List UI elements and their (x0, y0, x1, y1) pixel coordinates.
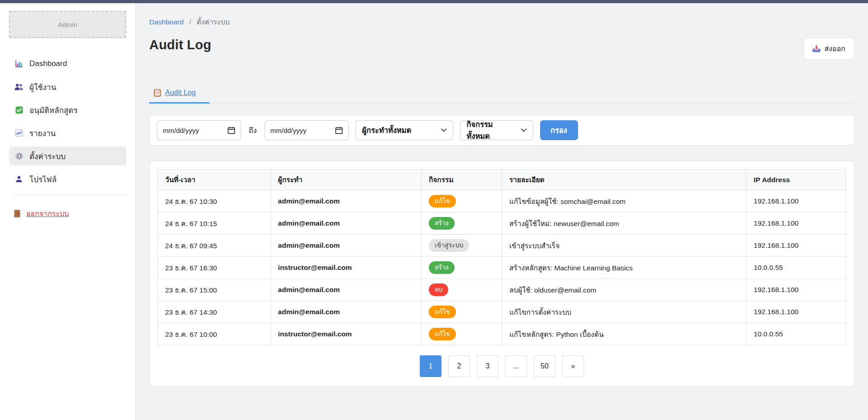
cell-details: สร้างผู้ใช้ใหม่: newuser@email.com (502, 212, 746, 235)
export-button-label: ส่งออก (825, 43, 845, 54)
sidebar-item-label: ตั้งค่าระบบ (29, 150, 66, 162)
cell-action: แก้ไข (421, 301, 502, 323)
sidebar-item-label: โปรไฟล์ (29, 173, 57, 185)
pagination: 123...50» (157, 355, 846, 377)
sidebar-item-label: รายงาน (29, 127, 56, 139)
export-button[interactable]: ส่งออก (803, 38, 854, 60)
action-badge: แก้ไข (429, 306, 456, 318)
sidebar-item-label: ผู้ใช้งาน (29, 81, 56, 93)
cell-actor: admin@email.com (270, 235, 421, 257)
sidebar-item-profile[interactable]: โปรไฟล์ (9, 170, 126, 189)
action-badge: ลบ (429, 283, 448, 296)
cell-datetime: 23 ธ.ค. 67 14:30 (158, 301, 271, 323)
action-badge: เข้าสู่ระบบ (429, 239, 470, 251)
date-to-placeholder: mm/dd/yyyy (270, 127, 307, 134)
cell-ip: 192.168.1.100 (746, 301, 846, 323)
filter-button[interactable]: กรอง (540, 120, 578, 140)
admin-logo: Admin (9, 11, 126, 38)
action-badge: แก้ไข (429, 328, 456, 340)
sidebar-item-system-settings[interactable]: ตั้งค่าระบบ (9, 146, 126, 165)
admin-logo-label: Admin (58, 21, 77, 28)
page-button-3[interactable]: 3 (477, 355, 498, 377)
sidebar-item-label: อนุมัติหลักสูตร (29, 104, 78, 116)
tab-audit-log[interactable]: Audit Log (149, 84, 209, 104)
table-row: 23 ธ.ค. 67 16:30instructor@email.comสร้า… (158, 257, 846, 279)
sidebar-item-reports[interactable]: รายงาน (9, 123, 126, 142)
cell-action: แก้ไข (421, 190, 502, 212)
audit-table-card: วันที่-เวลาผู้กระทำกิจกรรมรายละเอียดIP A… (149, 160, 854, 387)
column-header: กิจกรรม (421, 170, 502, 190)
sidebar-divider (12, 195, 126, 195)
bar-chart-icon (14, 60, 24, 68)
activity-filter-select[interactable]: กิจกรรมทั้งหมด (460, 120, 533, 140)
person-icon (14, 175, 24, 183)
date-from-input[interactable]: mm/dd/yyyy (157, 120, 241, 140)
logout-link[interactable]: ออกจากระบบ (13, 208, 126, 219)
cell-actor: admin@email.com (270, 301, 421, 323)
cell-details: ลบผู้ใช้: olduser@email.com (502, 279, 746, 301)
page-button-next[interactable]: » (562, 355, 584, 377)
cell-datetime: 23 ธ.ค. 67 16:30 (158, 257, 271, 279)
cell-actor: instructor@email.com (270, 257, 421, 279)
date-to-input[interactable]: mm/dd/yyyy (265, 120, 349, 140)
sidebar-item-users[interactable]: ผู้ใช้งาน (9, 77, 126, 96)
page-title: Audit Log (149, 38, 211, 52)
cell-actor: admin@email.com (270, 190, 421, 212)
cell-ip: 192.168.1.100 (746, 190, 846, 212)
page-header: Audit Log ส่งออก (149, 38, 854, 60)
main-content: Dashboard / ตั้งค่าระบบ Audit Log ส่งออก… (136, 3, 868, 420)
cell-ip: 192.168.1.100 (746, 235, 846, 257)
to-label: ถึง (249, 125, 257, 136)
actor-filter-select[interactable]: ผู้กระทำทั้งหมด (356, 120, 453, 140)
users-icon (14, 83, 24, 90)
activity-filter-value: กิจกรรมทั้งหมด (467, 118, 512, 142)
cell-details: แก้ไขการตั้งค่าระบบ (502, 301, 746, 323)
breadcrumb: Dashboard / ตั้งค่าระบบ (149, 16, 854, 28)
chevron-down-icon (521, 128, 526, 132)
cell-details: แก้ไขข้อมูลผู้ใช้: somchai@email.com (502, 190, 746, 212)
cell-datetime: 23 ธ.ค. 67 15:00 (158, 279, 271, 301)
cell-action: แก้ไข (421, 323, 502, 345)
table-row: 23 ธ.ค. 67 15:00admin@email.comลบลบผู้ใช… (158, 279, 846, 301)
cell-details: แก้ไขหลักสูตร: Python เบื้องต้น (502, 323, 746, 345)
column-header: วันที่-เวลา (158, 170, 271, 190)
door-icon (13, 210, 22, 217)
cell-ip: 10.0.0.55 (746, 323, 846, 345)
breadcrumb-dashboard-link[interactable]: Dashboard (149, 18, 184, 26)
calendar-icon[interactable] (228, 127, 235, 134)
calendar-icon[interactable] (335, 127, 343, 134)
clipboard-icon (154, 89, 161, 97)
audit-table: วันที่-เวลาผู้กระทำกิจกรรมรายละเอียดIP A… (157, 169, 846, 345)
breadcrumb-current: ตั้งค่าระบบ (197, 18, 230, 26)
cell-datetime: 23 ธ.ค. 67 10:00 (158, 323, 271, 345)
cell-details: สร้างหลักสูตร: Machine Learning Basics (502, 257, 746, 279)
sidebar-nav: Dashboardผู้ใช้งานอนุมัติหลักสูตรรายงานต… (9, 54, 126, 189)
action-badge: สร้าง (429, 261, 455, 274)
chevron-down-icon (441, 128, 446, 132)
table-row: 24 ธ.ค. 67 09:45admin@email.comเข้าสู่ระ… (158, 235, 846, 257)
date-from-placeholder: mm/dd/yyyy (163, 127, 199, 134)
cell-actor: admin@email.com (270, 279, 421, 301)
cell-action: สร้าง (421, 257, 502, 279)
filter-bar: mm/dd/yyyy ถึง mm/dd/yyyy ผู้กระทำทั้งหม… (149, 115, 854, 146)
page-button-ellipsis[interactable]: ... (505, 355, 527, 377)
page-button-2[interactable]: 2 (448, 355, 470, 377)
page-button-50[interactable]: 50 (534, 355, 555, 377)
page-button-1[interactable]: 1 (420, 355, 441, 377)
sidebar-item-dashboard[interactable]: Dashboard (9, 54, 126, 73)
sidebar-item-label: Dashboard (29, 59, 67, 68)
top-accent-bar (0, 0, 868, 3)
cell-datetime: 24 ธ.ค. 67 09:45 (158, 235, 271, 257)
sidebar-item-course-approval[interactable]: อนุมัติหลักสูตร (9, 100, 126, 119)
cell-ip: 192.168.1.100 (746, 212, 846, 235)
line-chart-icon (14, 129, 24, 137)
table-row: 24 ธ.ค. 67 10:15admin@email.comสร้างสร้า… (158, 212, 846, 235)
cell-actor: admin@email.com (270, 212, 421, 235)
cell-ip: 192.168.1.100 (746, 279, 846, 301)
cell-datetime: 24 ธ.ค. 67 10:15 (158, 212, 271, 235)
table-header-row: วันที่-เวลาผู้กระทำกิจกรรมรายละเอียดIP A… (158, 170, 846, 190)
cell-action: ลบ (421, 279, 502, 301)
cell-details: เข้าสู่ระบบสำเร็จ (502, 235, 746, 257)
table-row: 24 ธ.ค. 67 10:30admin@email.comแก้ไขแก้ไ… (158, 190, 846, 212)
cell-actor: instructor@email.com (270, 323, 421, 345)
